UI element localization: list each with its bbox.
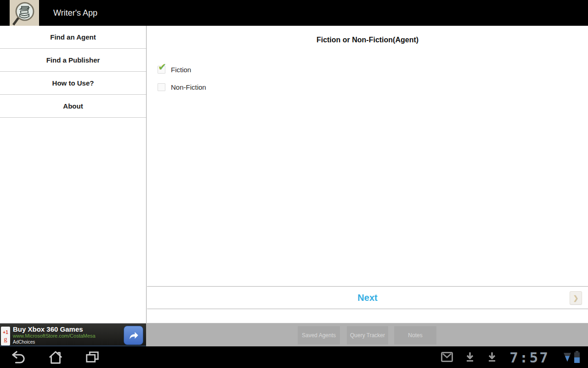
sidebar-item-label: About bbox=[63, 102, 83, 110]
option-checkbox-1[interactable]: ✔ bbox=[158, 83, 165, 91]
app-title: Writer's App bbox=[53, 0, 97, 26]
ad-url[interactable]: www.MicrosoftStore.com/CostaMesa bbox=[13, 333, 96, 339]
ad-headline[interactable]: Buy Xbox 360 Games bbox=[13, 325, 96, 333]
next-row: Next ❯ bbox=[147, 286, 588, 309]
google-plus-one-badge[interactable]: +1 g bbox=[1, 327, 10, 345]
app-screen: Writer's App Find an Agent Find a Publis… bbox=[0, 0, 588, 368]
option-checkbox-0[interactable]: ✔ bbox=[158, 66, 165, 74]
wifi-icon bbox=[563, 352, 571, 362]
page-title: Fiction or Non-Fiction(Agent) bbox=[147, 36, 588, 44]
download-notification-icon[interactable] bbox=[487, 351, 497, 362]
saved-agents-button[interactable]: Saved Agents bbox=[298, 326, 340, 345]
plus-one-label: +1 bbox=[3, 330, 8, 335]
chevron-right-icon: ❯ bbox=[573, 294, 579, 302]
sidebar-item-label: How to Use? bbox=[52, 79, 94, 87]
checkmark-icon: ✔ bbox=[158, 62, 166, 72]
query-tracker-button[interactable]: Query Tracker bbox=[347, 326, 388, 345]
system-bar: 7:57 bbox=[0, 346, 588, 368]
ad-banner[interactable]: +1 g Buy Xbox 360 Games www.MicrosoftSto… bbox=[0, 323, 146, 346]
option-row-fiction[interactable]: ✔ Fiction bbox=[158, 61, 588, 78]
next-button[interactable]: Next bbox=[357, 293, 377, 303]
sidebar-item-about[interactable]: About bbox=[0, 95, 146, 118]
sidebar-item-how-to-use[interactable]: How to Use? bbox=[0, 72, 146, 95]
share-arrow-icon bbox=[128, 329, 140, 341]
option-label: Non-Fiction bbox=[171, 83, 206, 91]
sidebar-item-label: Find an Agent bbox=[50, 33, 96, 41]
sidebar-item-find-publisher[interactable]: Find a Publisher bbox=[0, 49, 146, 72]
sidebar-item-find-agent[interactable]: Find an Agent bbox=[0, 26, 146, 49]
adchoices-link[interactable]: AdChoices bbox=[13, 339, 96, 345]
google-g-icon: g bbox=[4, 335, 7, 343]
status-clock: 7:57 bbox=[505, 349, 554, 366]
notes-button[interactable]: Notes bbox=[394, 326, 436, 345]
option-row-non-fiction[interactable]: ✔ Non-Fiction bbox=[158, 78, 588, 96]
download-notification-icon[interactable] bbox=[465, 351, 475, 362]
ad-share-button[interactable] bbox=[124, 326, 143, 345]
app-logo-icon bbox=[10, 0, 39, 26]
battery-icon bbox=[573, 351, 581, 363]
fiction-options-list: ✔ Fiction ✔ Non-Fiction bbox=[158, 61, 588, 96]
app-header: Writer's App bbox=[0, 0, 588, 26]
next-chevron-button[interactable]: ❯ bbox=[570, 291, 582, 305]
main-panel: Fiction or Non-Fiction(Agent) ✔ Fiction … bbox=[147, 26, 588, 323]
gmail-notification-icon[interactable] bbox=[441, 352, 453, 362]
sidebar: Find an Agent Find a Publisher How to Us… bbox=[0, 26, 147, 323]
sidebar-item-label: Find a Publisher bbox=[46, 56, 100, 64]
home-icon[interactable] bbox=[48, 350, 63, 365]
back-icon[interactable] bbox=[11, 350, 26, 365]
recent-apps-icon[interactable] bbox=[85, 350, 100, 365]
ad-text-block: Buy Xbox 360 Games www.MicrosoftStore.co… bbox=[13, 325, 96, 345]
option-label: Fiction bbox=[171, 66, 191, 74]
